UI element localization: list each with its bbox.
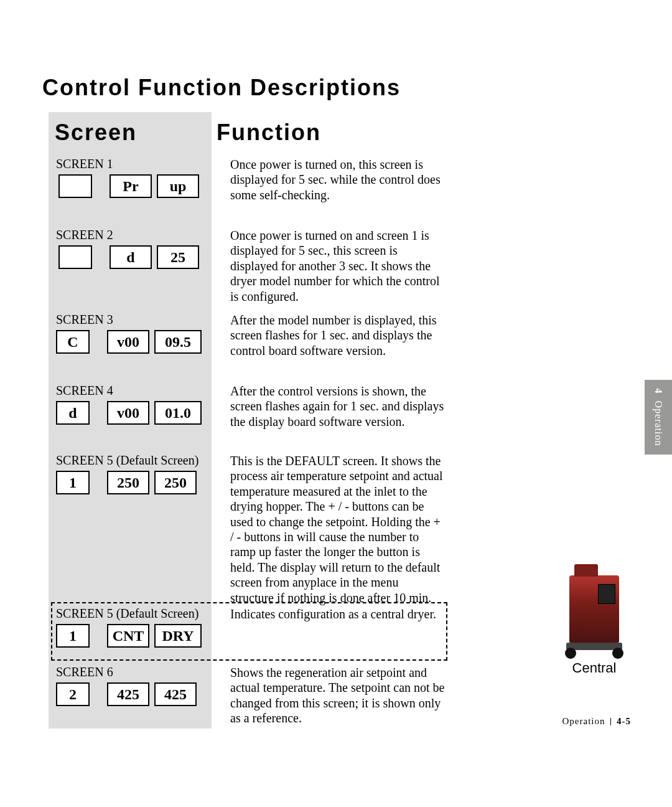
screen-label: SCREEN 6 — [56, 665, 197, 679]
function-text: Once power is turned on, this screen is … — [230, 157, 445, 202]
screen-block: SCREEN 5 (Default Screen) 1 CNT DRY — [56, 606, 202, 648]
chapter-side-tab: 4 Operation — [645, 380, 672, 455]
display-cell: 1 — [56, 624, 90, 648]
central-caption: Central — [560, 660, 628, 676]
display-cell: 2 — [56, 682, 90, 706]
screen-label: SCREEN 1 — [56, 157, 199, 171]
page-footer: Operation 4-5 — [562, 716, 631, 727]
display-cell: 425 — [154, 682, 197, 706]
screen-label: SCREEN 2 — [56, 228, 199, 242]
display-row: d v00 01.0 — [56, 401, 202, 425]
function-text: After the model number is displayed, thi… — [230, 313, 445, 358]
footer-section: Operation — [562, 716, 605, 726]
display-cell: C — [56, 330, 90, 354]
display-cell: 250 — [107, 471, 149, 494]
display-cell: Pr — [110, 174, 152, 198]
display-cell: 25 — [157, 245, 199, 269]
screen-label: SCREEN 4 — [56, 384, 202, 397]
display-cell: DRY — [154, 624, 202, 648]
function-text: After the control versions is shown, the… — [230, 384, 445, 429]
display-cell: 1 — [56, 471, 90, 494]
screen-block: SCREEN 4 d v00 01.0 — [56, 384, 202, 425]
display-cell: 01.0 — [154, 401, 202, 425]
function-text: This is the DEFAULT screen. It shows the… — [230, 453, 445, 605]
screen-block: SCREEN 3 C v00 09.5 — [56, 313, 202, 354]
screen-label: SCREEN 5 (Default Screen) — [56, 453, 198, 467]
display-row: Pr up — [58, 174, 199, 198]
display-cell: d — [56, 401, 90, 425]
display-cell: 250 — [154, 471, 197, 494]
display-row: C v00 09.5 — [56, 330, 202, 354]
screen-block: SCREEN 6 2 425 425 — [56, 665, 197, 706]
screen-block: SCREEN 1 Pr up — [56, 157, 199, 198]
display-cell: v00 — [107, 330, 149, 354]
display-row: 2 425 425 — [56, 682, 197, 706]
chapter-number: 4 — [653, 389, 664, 394]
display-cell — [58, 245, 92, 269]
display-cell: d — [110, 245, 152, 269]
column-header-screen: Screen — [55, 120, 137, 146]
display-cell: up — [157, 174, 199, 198]
page-title: Control Function Descriptions — [42, 76, 401, 100]
display-cell: CNT — [107, 624, 149, 648]
screen-block: SCREEN 5 (Default Screen) 1 250 250 — [56, 453, 198, 494]
screen-label: SCREEN 3 — [56, 313, 202, 326]
display-row: d 25 — [58, 245, 199, 269]
display-cell: 425 — [107, 682, 149, 706]
function-text: Shows the regeneration air setpoint and … — [230, 665, 445, 726]
display-row: 1 250 250 — [56, 471, 198, 494]
chapter-label: Operation — [653, 401, 664, 446]
display-cell — [58, 174, 92, 198]
screen-label: SCREEN 5 (Default Screen) — [56, 606, 202, 620]
function-text: Once power is turned on and screen 1 is … — [230, 228, 445, 304]
display-cell: v00 — [107, 401, 149, 425]
central-dryer-icon: Central — [560, 575, 628, 676]
footer-page: 4-5 — [617, 716, 631, 726]
column-header-function: Function — [217, 120, 321, 146]
display-row: 1 CNT DRY — [56, 624, 202, 648]
display-cell: 09.5 — [154, 330, 202, 354]
function-text: Indicates configuration as a central dry… — [230, 606, 445, 621]
screen-block: SCREEN 2 d 25 — [56, 228, 199, 269]
